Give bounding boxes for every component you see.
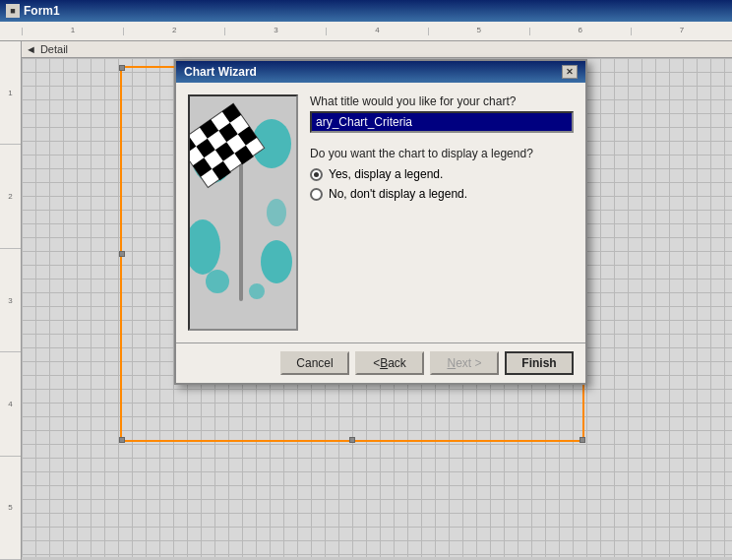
radio-group: Yes, display a legend. No, don't display… [310, 167, 574, 201]
dialog-body: What title would you like for your chart… [176, 83, 585, 342]
v-ruler-4: 4 [0, 352, 21, 456]
v-ruler-2: 2 [0, 145, 21, 248]
dialog-title-text: Chart Wizard [184, 65, 257, 79]
form-canvas: ◄ Detail Chart Wizard [22, 41, 732, 560]
radio-no-circle[interactable] [310, 188, 323, 201]
next-underline: N [447, 356, 456, 370]
chart-title-input[interactable] [310, 111, 574, 133]
chart-preview-svg [188, 94, 298, 331]
horizontal-ruler: 1 2 3 4 5 6 7 [0, 22, 732, 41]
title-form-group: What title would you like for your chart… [310, 94, 574, 133]
handle-tl[interactable] [119, 65, 125, 71]
ruler-mark-4: 4 [326, 28, 427, 35]
v-ruler-3: 3 [0, 249, 21, 352]
dialog-title-controls: ✕ [562, 65, 578, 79]
radio-yes-label: Yes, display a legend. [329, 167, 443, 181]
handle-ml[interactable] [119, 251, 125, 257]
ruler-mark-1: 1 [22, 28, 123, 35]
radio-yes-underline: Y [329, 167, 336, 181]
radio-yes[interactable]: Yes, display a legend. [310, 167, 574, 181]
svg-point-3 [261, 240, 292, 283]
handle-br[interactable] [580, 437, 585, 443]
ruler-mark-3: 3 [224, 28, 326, 35]
back-underline: B [380, 356, 388, 370]
ruler-mark-2: 2 [123, 28, 224, 35]
detail-arrow: ◄ [26, 43, 36, 55]
dialog-close-button[interactable]: ✕ [562, 65, 578, 79]
radio-no-label: No, don't display a legend. [329, 187, 467, 201]
dialog-title-bar: Chart Wizard ✕ [176, 61, 585, 83]
next-button[interactable]: Next > [430, 351, 499, 375]
ruler-mark-6: 6 [529, 28, 631, 35]
vertical-ruler: 1 2 3 4 5 [0, 41, 22, 560]
svg-point-16 [206, 270, 229, 293]
detail-text: Detail [40, 43, 68, 55]
svg-point-2 [188, 219, 220, 275]
svg-point-18 [267, 199, 286, 226]
app-title-bar: ■ Form1 [0, 0, 732, 22]
chart-wizard-dialog: Chart Wizard ✕ [174, 59, 587, 385]
ruler-marks: 1 2 3 4 5 6 7 [22, 28, 732, 35]
dialog-right-panel: What title would you like for your chart… [310, 94, 574, 331]
svg-point-17 [249, 283, 265, 299]
back-button[interactable]: < Back [355, 351, 424, 375]
app-icon: ■ [6, 4, 20, 18]
ruler-mark-5: 5 [428, 28, 529, 35]
main-area: 1 2 3 4 5 ◄ Detail [0, 41, 732, 560]
radio-no-underline: N [329, 187, 337, 201]
title-question-label: What title would you like for your chart… [310, 94, 574, 108]
handle-bl[interactable] [119, 437, 125, 443]
detail-label: ◄ Detail [22, 41, 732, 58]
radio-no[interactable]: No, don't display a legend. [310, 187, 574, 201]
ruler-mark-7: 7 [631, 28, 732, 35]
handle-bm[interactable] [349, 437, 355, 443]
legend-question-label: Do you want the chart to display a legen… [310, 147, 574, 160]
finish-button[interactable]: Finish [505, 351, 574, 375]
chart-preview [188, 94, 298, 331]
legend-form-group: Do you want the chart to display a legen… [310, 143, 574, 201]
app-title-label: Form1 [24, 4, 60, 18]
dialog-footer: Cancel < Back Next > Finish [176, 342, 585, 383]
v-ruler-5: 5 [0, 457, 21, 560]
cancel-button[interactable]: Cancel [280, 351, 349, 375]
radio-yes-circle[interactable] [310, 168, 323, 181]
v-ruler-1: 1 [0, 41, 21, 145]
